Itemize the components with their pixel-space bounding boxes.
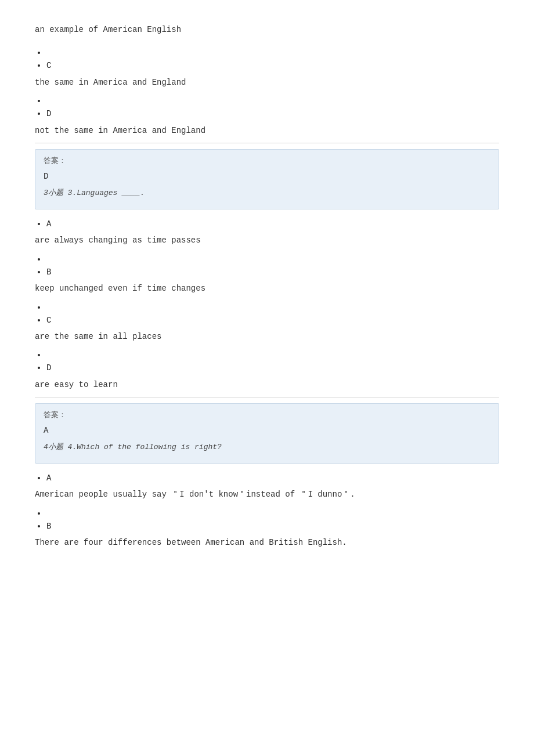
intro-text: an example of American English xyxy=(35,23,499,36)
question3-header: 3小题 3.Languages ____. xyxy=(44,187,490,200)
option-d-label: D xyxy=(46,107,499,120)
q4-option-a-label: A xyxy=(46,472,499,484)
q3-option-b-text: keep unchanged even if time changes xyxy=(35,282,499,295)
bullet-empty-4 xyxy=(46,301,499,310)
answer-label-q2: 答案： xyxy=(44,155,490,168)
answer-box-q2: 答案： D 3小题 3.Languages ____. xyxy=(35,149,499,209)
bullet-empty-6 xyxy=(46,507,499,516)
q3-option-a-label: A xyxy=(46,218,499,230)
q3-option-d-text: are easy to learn xyxy=(35,378,499,391)
answer-label-q3: 答案： xyxy=(44,410,490,422)
bullet-empty-5 xyxy=(46,349,499,358)
bullet-empty-1 xyxy=(46,46,499,56)
q3-option-d-label: D xyxy=(46,361,499,374)
bullet-empty-3 xyxy=(46,253,499,262)
bullet-empty-2 xyxy=(46,95,499,104)
option-c-label: C xyxy=(46,59,499,72)
q4-option-b-text: There are four differences between Ameri… xyxy=(35,536,499,549)
q4-option-a-text: American people usually say ＂I don't kno… xyxy=(35,488,499,501)
q3-option-a-text: are always changing as time passes xyxy=(35,234,499,247)
q3-option-b-label: B xyxy=(46,266,499,278)
option-c-text: the same in America and England xyxy=(35,76,499,89)
answer-value-q3: A xyxy=(44,424,490,437)
main-content: an example of American English C the sam… xyxy=(35,23,499,549)
divider-2 xyxy=(35,397,499,397)
question4-header: 4小题 4.Which of the following is right? xyxy=(44,442,490,454)
answer-box-q3: 答案： A 4小题 4.Which of the following is ri… xyxy=(35,403,499,464)
answer-value-q2: D xyxy=(44,170,490,183)
option-d-text: not the same in America and England xyxy=(35,124,499,137)
q3-option-c-text: are the same in all places xyxy=(35,330,499,343)
q4-option-b-label: B xyxy=(46,520,499,533)
divider-1 xyxy=(35,143,499,143)
q3-option-c-label: C xyxy=(46,314,499,327)
